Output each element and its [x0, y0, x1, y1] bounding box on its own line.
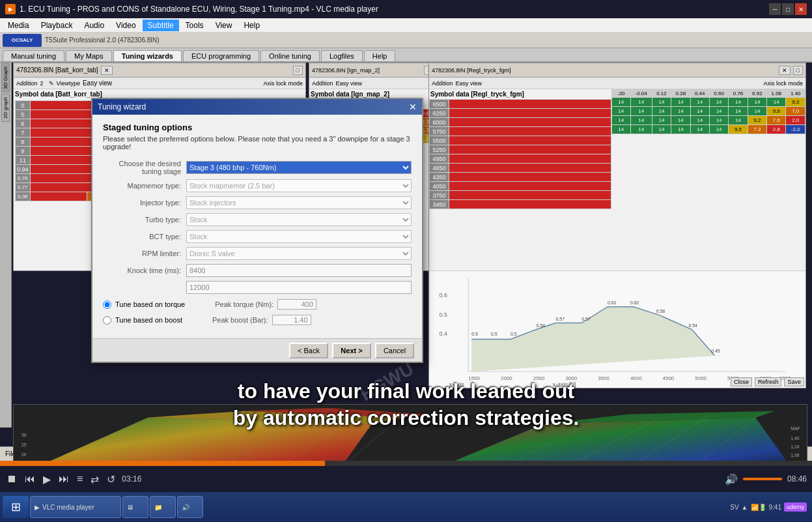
panel3-symbol-label: Symbol data [Regl_tryck_fgm]	[429, 89, 611, 99]
injector-row: Injector type: Stock injectors	[103, 196, 412, 209]
prev-button[interactable]: ⏮	[23, 472, 36, 486]
chart-save-btn[interactable]: Save	[784, 377, 804, 386]
next-button[interactable]: ⏭	[57, 472, 70, 486]
tab-ecu-programming[interactable]: ECU programming	[183, 50, 259, 61]
toggle-playlist-button[interactable]: ≡	[76, 472, 84, 486]
tab-help[interactable]: Help	[364, 50, 396, 61]
svg-text:0.54: 0.54	[537, 323, 546, 328]
knock-input[interactable]	[186, 264, 412, 277]
repeat-button[interactable]: ↺	[105, 472, 117, 487]
bct-select[interactable]: Stock	[186, 230, 412, 243]
panel1-pencil-icon: ✎	[49, 80, 54, 87]
panel3-max[interactable]: □	[793, 66, 803, 75]
panel3-close[interactable]: ✕	[779, 66, 791, 75]
chart-refresh-btn[interactable]: Refresh	[755, 377, 782, 386]
stage-label: Choose the desired tuning stage	[103, 160, 181, 175]
taskbar-icon-4: 🔊	[182, 504, 189, 511]
maximize-button[interactable]: □	[782, 3, 794, 15]
menu-video[interactable]: Video	[111, 20, 141, 31]
stop-button[interactable]: ⏹	[5, 472, 18, 486]
menu-help[interactable]: Help	[238, 20, 265, 31]
next-button[interactable]: Next >	[332, 343, 371, 358]
rpm-label: RPM limiter:	[103, 250, 181, 257]
table-row: -20 -0.04 0.12 0.28 0.44 0.60 0.76 0.92 …	[612, 90, 805, 98]
table-cell: 14	[690, 125, 709, 134]
chart-close-btn[interactable]: Close	[731, 377, 752, 386]
row-label: 7	[16, 128, 31, 138]
volume-bar[interactable]	[743, 478, 782, 480]
panel2-toolbar: Addition Easy view	[309, 78, 438, 89]
minimize-button[interactable]: ─	[769, 3, 781, 15]
panel2-viewtype: Easy view	[336, 80, 363, 87]
close-button[interactable]: ✕	[795, 3, 807, 15]
turbo-select[interactable]: Stock	[186, 213, 412, 226]
injector-select[interactable]: Stock injectors	[186, 196, 412, 209]
panel1-close[interactable]: ✕	[101, 66, 113, 75]
tab-my-maps[interactable]: My Maps	[66, 50, 112, 61]
window-controls: ─ □ ✕	[769, 3, 807, 15]
table-row: 4950	[430, 154, 611, 164]
table-cell	[449, 109, 611, 118]
vlc-icon: ▶	[5, 4, 16, 14]
menu-view[interactable]: View	[210, 20, 238, 31]
cancel-button[interactable]: Cancel	[375, 343, 414, 358]
dialog-title-bar: Tuning wizard ✕	[92, 99, 422, 115]
volume-icon[interactable]: 🔊	[725, 473, 738, 486]
mapmenor-label: Mapmemor type:	[103, 182, 181, 190]
tab-logfiles[interactable]: Logfiles	[321, 50, 363, 61]
peak-torque-val: 400	[277, 299, 316, 310]
table-row: 3450	[430, 200, 611, 209]
taskbar-item-2[interactable]: 🖥	[122, 496, 148, 518]
sidebar-2d-graph[interactable]: 2D graph	[1, 94, 10, 122]
svg-text:1,40: 1,40	[791, 436, 800, 441]
chart-area: 0.4 0.5 0.6 1500 2000 2500 3000 3500 400…	[429, 270, 805, 388]
table-cell: 14	[652, 98, 671, 107]
table-cell	[30, 183, 101, 192]
tab-online-tuning[interactable]: Online tuning	[260, 50, 320, 61]
menu-playback[interactable]: Playback	[36, 20, 78, 31]
play-button[interactable]: ▶	[42, 472, 52, 487]
knock-label: Knock time (ms):	[103, 267, 181, 274]
panel3-addition-label: Addition	[432, 80, 453, 87]
back-button[interactable]: < Back	[289, 343, 328, 358]
shuffle-button[interactable]: ⇄	[89, 472, 100, 487]
menu-audio[interactable]: Audio	[79, 20, 109, 31]
knock2-row	[103, 281, 412, 294]
dialog-close-button[interactable]: ✕	[409, 102, 417, 112]
mapmenor-select[interactable]: Stock mapmemor (2.5 bar)	[186, 179, 412, 192]
taskbar-vlc[interactable]: ▶ VLC media player	[30, 496, 121, 518]
taskbar-item-3[interactable]: 📁	[150, 496, 176, 518]
col-header: 0.60	[709, 90, 728, 98]
torque-radio[interactable]	[103, 300, 111, 309]
table-cell: 14	[690, 98, 709, 107]
menu-media[interactable]: Media	[3, 20, 35, 31]
svg-text:25: 25	[21, 442, 27, 447]
tab-manual-tuning[interactable]: Manual tuning	[3, 50, 64, 61]
panel1-viewtype-label: Viewtype	[57, 80, 80, 87]
sidebar-3d-graph[interactable]: 3D Graph	[1, 63, 10, 93]
menu-tools[interactable]: Tools	[180, 20, 209, 31]
table-cell: 14	[729, 98, 748, 107]
content-area: OCSALY T5Suite Professional 2.0 (4782306…	[0, 33, 812, 522]
taskbar-item-4[interactable]: 🔊	[177, 496, 203, 518]
panel1-max[interactable]: □	[293, 66, 303, 75]
vlc-taskbar-label: VLC media player	[42, 504, 94, 511]
tab-tuning-wizards[interactable]: Tuning wizards	[113, 50, 182, 61]
table-cell	[449, 200, 611, 209]
menu-bar: Media Playback Audio Video Subtitle Tool…	[0, 18, 812, 33]
progress-bar[interactable]	[0, 461, 812, 466]
row-label: 0,94	[16, 165, 31, 174]
start-button[interactable]: ⊞	[3, 496, 29, 518]
app-toolbar: OCSALY T5Suite Professional 2.0 (4782306…	[0, 33, 812, 48]
menu-subtitle[interactable]: Subtitle	[143, 20, 179, 31]
stage-select[interactable]: Stage 3 (480 bhp - 760Nm)	[186, 161, 412, 174]
svg-text:3500: 3500	[598, 375, 609, 381]
svg-text:0.58: 0.58	[656, 309, 665, 313]
knock2-input[interactable]	[186, 281, 412, 294]
svg-text:0.45: 0.45	[711, 349, 720, 353]
rpm-select[interactable]: Dionic S valve	[186, 247, 412, 260]
boost-radio[interactable]	[103, 316, 111, 325]
torque-label: Tune based on torque	[115, 300, 185, 308]
tuning-wizard-dialog: Tuning wizard ✕ Staged tuning options Pl…	[91, 98, 423, 363]
taskbar-right: SV ▲ 📶🔋 9:41 udemy	[730, 502, 809, 512]
